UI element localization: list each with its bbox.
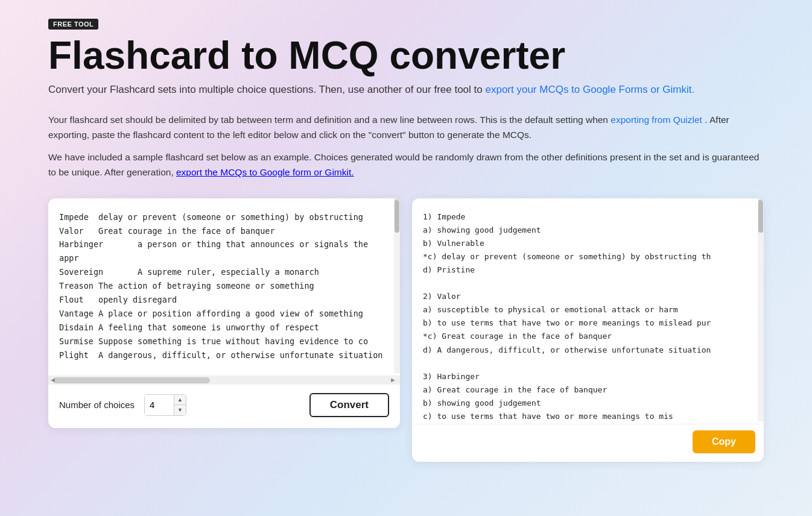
right-panel-bottom: Copy xyxy=(412,424,764,462)
left-panel-vscrollbar[interactable] xyxy=(394,198,400,373)
choices-decrement-btn[interactable]: ▼ xyxy=(174,405,186,415)
left-panel-vscroll-thumb[interactable] xyxy=(395,200,399,233)
hscroll-left-arrow[interactable]: ◄ xyxy=(49,376,56,383)
number-of-choices-label: Number of choices xyxy=(59,400,135,410)
hscroll-right-arrow[interactable]: ► xyxy=(390,376,396,383)
choices-input[interactable] xyxy=(145,395,174,415)
subtitle: Convert your Flashcard sets into multipl… xyxy=(48,84,764,96)
flashcard-input-wrap: Impede delay or prevent (someone or some… xyxy=(48,198,400,376)
subtitle-link[interactable]: export your MCQs to Google Forms or Gimk… xyxy=(485,84,694,95)
desc1-link[interactable]: exporting from Quizlet xyxy=(611,115,702,125)
description-2: We have included a sample flashcard set … xyxy=(48,150,764,180)
desc2-text: We have included a sample flashcard set … xyxy=(48,152,759,177)
description-1: Your flashcard set should be delimited b… xyxy=(48,113,764,143)
right-panel-vscrollbar[interactable] xyxy=(758,198,764,421)
left-panel: Impede delay or prevent (someone or some… xyxy=(48,198,400,428)
choices-input-wrapper: ▲ ▼ xyxy=(144,394,186,416)
right-panel-vscroll-thumb[interactable] xyxy=(758,200,763,233)
left-panel-bottom: Number of choices ▲ ▼ Convert xyxy=(48,384,400,428)
desc1-before: Your flashcard set should be delimited b… xyxy=(48,115,611,125)
free-tool-badge: FREE TOOL xyxy=(48,19,98,30)
choices-increment-btn[interactable]: ▲ xyxy=(174,395,186,406)
page-title: Flashcard to MCQ converter xyxy=(48,34,764,77)
copy-button[interactable]: Copy xyxy=(693,430,755,453)
flashcard-input[interactable]: Impede delay or prevent (someone or some… xyxy=(48,198,394,373)
right-panel: 1) Impede a) showing good judgement b) V… xyxy=(412,198,764,462)
left-panel-hscroll-thumb[interactable] xyxy=(53,377,210,383)
convert-button[interactable]: Convert xyxy=(309,393,389,417)
desc2-link[interactable]: export the MCQs to Google form or Gimkit… xyxy=(176,167,354,177)
left-panel-hscrollbar-row: ► ◄ xyxy=(48,376,400,384)
panels-row: Impede delay or prevent (someone or some… xyxy=(48,198,764,462)
output-textarea[interactable]: 1) Impede a) showing good judgement b) V… xyxy=(412,198,758,421)
output-wrap: 1) Impede a) showing good judgement b) V… xyxy=(412,198,764,424)
subtitle-text: Convert your Flashcard sets into multipl… xyxy=(48,84,485,95)
choices-spinner: ▲ ▼ xyxy=(174,395,186,415)
